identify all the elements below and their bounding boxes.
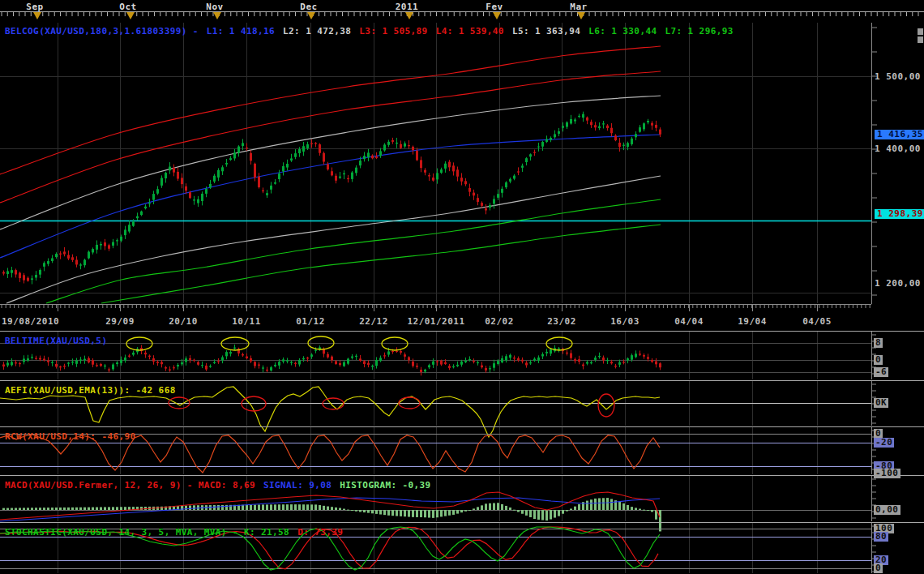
month-label: 2011	[396, 2, 419, 12]
month-label: Fev	[486, 2, 503, 12]
date-label: 22/12	[359, 317, 388, 327]
date-label: 23/02	[547, 317, 576, 327]
main-chart-canvas[interactable]	[0, 23, 871, 304]
month-marker-icon	[33, 12, 41, 19]
trading-terminal-window: SepOctNovDec2011FevMar BELCOG(XAU/USD,18…	[0, 0, 924, 574]
month-label: Dec	[300, 2, 317, 12]
month-marker-icon	[307, 12, 315, 19]
month-marker-icon	[213, 12, 221, 19]
month-label: Nov	[206, 2, 223, 12]
scrollbar-up-grip[interactable]	[918, 28, 923, 35]
month-label: Oct	[119, 2, 136, 12]
date-label: 10/11	[232, 317, 261, 327]
date-label: 02/02	[485, 317, 514, 327]
month-marker-icon	[126, 12, 135, 19]
date-label: 04/04	[674, 317, 704, 327]
month-label: Sep	[26, 2, 43, 12]
price-axis[interactable]	[871, 23, 924, 574]
date-label: 29/09	[105, 317, 135, 327]
beltime-panel-canvas[interactable]	[0, 332, 871, 379]
date-label: 12/01/2011	[407, 317, 464, 327]
rcw-panel-canvas[interactable]	[0, 427, 871, 474]
date-label: 20/10	[169, 317, 198, 327]
macd-panel-canvas[interactable]	[0, 476, 871, 521]
aefi-panel-canvas[interactable]	[0, 381, 871, 426]
date-label: 19/08/2010	[2, 317, 59, 327]
stochastic-panel-canvas[interactable]	[0, 523, 871, 573]
date-label: 04/05	[802, 317, 832, 327]
date-label: 16/03	[610, 317, 640, 327]
date-label: 01/12	[296, 317, 325, 327]
date-label: 19/04	[738, 317, 767, 327]
scrollbar-down-grip[interactable]	[918, 36, 923, 43]
month-label: Mar	[570, 2, 587, 12]
month-marker-icon	[493, 12, 501, 19]
month-marker-icon	[577, 12, 585, 19]
month-marker-icon	[405, 12, 413, 19]
